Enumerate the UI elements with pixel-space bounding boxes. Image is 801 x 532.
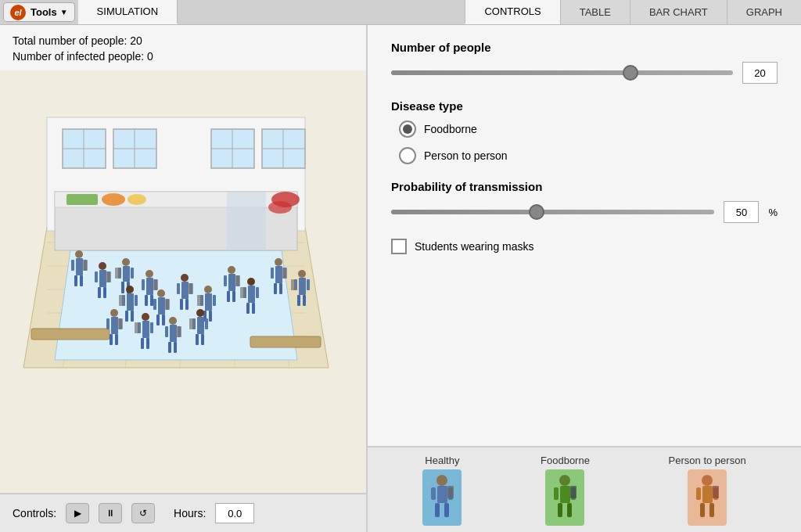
hours-input[interactable] <box>215 503 254 523</box>
svg-rect-92 <box>228 274 235 291</box>
probability-label: Probability of transmission <box>391 180 778 193</box>
svg-rect-128 <box>196 334 199 345</box>
tab-bar-chart[interactable]: BAR CHART <box>630 0 727 24</box>
svg-point-63 <box>126 286 134 293</box>
svg-rect-85 <box>205 293 212 311</box>
play-icon: ▶ <box>74 508 81 519</box>
svg-rect-149 <box>435 503 440 517</box>
svg-rect-66 <box>131 311 134 322</box>
sim-stats: Total number of people: 20 Number of inf… <box>0 25 366 70</box>
svg-rect-125 <box>176 326 181 337</box>
svg-rect-120 <box>170 325 177 342</box>
legend-foodborne-figure <box>545 469 584 526</box>
svg-rect-100 <box>246 303 250 314</box>
disease-type-label: Disease type <box>391 99 778 113</box>
svg-rect-153 <box>447 486 454 498</box>
masks-section: Students wearing masks <box>391 239 778 254</box>
svg-point-105 <box>110 309 118 317</box>
probability-slider-track[interactable] <box>391 210 714 214</box>
svg-rect-60 <box>142 279 145 290</box>
svg-point-70 <box>157 289 165 297</box>
svg-rect-93 <box>227 291 230 302</box>
svg-rect-34 <box>250 336 321 347</box>
probability-slider-thumb[interactable] <box>529 204 544 220</box>
masks-checkbox[interactable] <box>391 239 407 254</box>
svg-rect-30 <box>227 192 266 250</box>
right-tabs: CONTROLS TABLE BAR CHART GRAPH <box>465 0 801 24</box>
tab-table[interactable]: TABLE <box>560 0 630 24</box>
hours-text-label: Hours: <box>174 507 206 519</box>
masks-checkbox-label: Students wearing masks <box>415 240 534 253</box>
svg-rect-27 <box>66 194 98 205</box>
people-slider-row: 20 <box>391 62 778 84</box>
tool-logo: el <box>10 5 26 20</box>
svg-rect-148 <box>437 486 447 503</box>
svg-rect-89 <box>213 295 216 306</box>
svg-rect-39 <box>71 260 74 271</box>
svg-rect-114 <box>141 338 144 349</box>
legend-foodborne: Foodborne <box>541 455 590 526</box>
reset-button[interactable]: ↺ <box>131 503 155 523</box>
legend-healthy-label: Healthy <box>425 455 459 466</box>
person-to-person-radio-button[interactable] <box>399 147 416 164</box>
tab-simulation[interactable]: SIMULATION <box>78 0 178 24</box>
legend-healthy-figure <box>422 469 462 526</box>
svg-rect-146 <box>291 279 296 290</box>
svg-point-119 <box>169 317 177 325</box>
legend-p2p-figure <box>688 469 727 526</box>
svg-rect-90 <box>197 295 203 306</box>
reset-icon: ↺ <box>139 508 147 519</box>
svg-rect-73 <box>162 315 165 325</box>
number-of-people-section: Number of people 20 <box>391 41 778 84</box>
tools-button[interactable]: el Tools ▼ <box>3 2 75 22</box>
svg-rect-122 <box>174 342 177 353</box>
svg-rect-64 <box>127 293 134 311</box>
svg-rect-107 <box>110 334 113 345</box>
svg-rect-103 <box>256 287 259 298</box>
svg-point-98 <box>247 278 255 286</box>
svg-point-112 <box>142 313 149 321</box>
svg-point-77 <box>181 274 189 282</box>
foodborne-radio-button[interactable] <box>399 120 416 138</box>
svg-point-28 <box>102 193 125 206</box>
masks-checkbox-row[interactable]: Students wearing masks <box>391 239 778 254</box>
svg-rect-51 <box>121 282 124 293</box>
svg-point-42 <box>99 262 106 270</box>
people-slider-track[interactable] <box>391 70 733 75</box>
people-value-box[interactable]: 20 <box>742 62 778 84</box>
person-to-person-radio-item[interactable]: Person to person <box>399 147 778 164</box>
svg-point-147 <box>436 475 447 486</box>
svg-rect-44 <box>98 287 101 298</box>
play-button[interactable]: ▶ <box>66 503 89 523</box>
svg-rect-134 <box>275 266 282 283</box>
people-slider-thumb[interactable] <box>623 65 638 81</box>
svg-rect-150 <box>444 503 449 517</box>
legend-person-to-person: Person to person <box>669 455 746 526</box>
cafeteria-scene <box>0 70 352 407</box>
main-content: Total number of people: 20 Number of inf… <box>0 25 801 532</box>
svg-rect-157 <box>567 503 572 517</box>
svg-rect-33 <box>31 329 110 340</box>
svg-rect-38 <box>80 275 83 286</box>
svg-rect-135 <box>274 283 277 294</box>
tab-controls[interactable]: CONTROLS <box>465 0 559 24</box>
svg-rect-94 <box>232 291 235 302</box>
tab-graph[interactable]: GRAPH <box>727 0 801 24</box>
pause-button[interactable]: ⏸ <box>99 503 122 523</box>
svg-rect-79 <box>180 299 183 310</box>
svg-rect-132 <box>189 318 195 329</box>
svg-point-140 <box>298 270 306 278</box>
svg-rect-129 <box>201 334 204 345</box>
probability-value-box[interactable]: 50 <box>724 201 759 223</box>
svg-rect-131 <box>205 318 208 329</box>
legend-p2p-label: Person to person <box>669 455 746 466</box>
svg-rect-41 <box>82 260 88 271</box>
svg-rect-62 <box>153 279 158 290</box>
foodborne-radio-item[interactable]: Foodborne <box>399 120 778 138</box>
svg-rect-141 <box>299 278 306 295</box>
svg-rect-156 <box>558 503 562 517</box>
svg-rect-36 <box>76 258 83 275</box>
svg-rect-121 <box>168 342 171 353</box>
simulation-canvas <box>0 70 366 493</box>
svg-rect-74 <box>153 299 156 310</box>
